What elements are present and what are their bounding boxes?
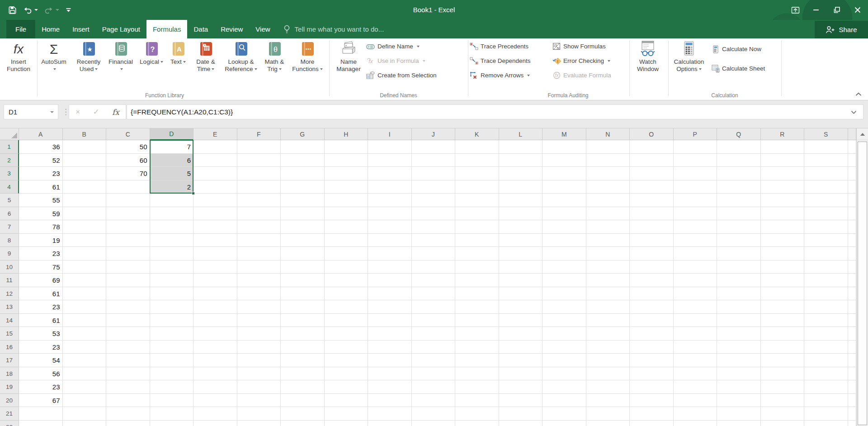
cell-C10[interactable] (106, 260, 150, 274)
cell-K15[interactable] (455, 327, 499, 341)
cell-O2[interactable] (630, 154, 674, 167)
cell-Q6[interactable] (717, 207, 761, 221)
cell-partial-20[interactable] (848, 394, 857, 407)
cell-P16[interactable] (674, 341, 717, 354)
undo-dropdown-icon[interactable] (34, 9, 38, 11)
cell-L22[interactable] (499, 421, 543, 426)
date-time-button[interactable]: Date & Time (192, 40, 220, 73)
cell-L10[interactable] (499, 260, 543, 274)
cell-Q2[interactable] (717, 154, 761, 167)
tab-data[interactable]: Data (187, 20, 214, 38)
cell-C21[interactable] (106, 407, 150, 421)
cell-R21[interactable] (761, 407, 805, 421)
cell-J18[interactable] (412, 367, 456, 381)
cell-B9[interactable] (63, 247, 107, 260)
cell-partial-6[interactable] (848, 207, 857, 221)
cell-H19[interactable] (325, 380, 368, 394)
cell-L20[interactable] (499, 394, 543, 407)
cell-partial-18[interactable] (848, 367, 857, 381)
calculation-options-button[interactable]: Calculation Options (670, 40, 708, 73)
cell-J17[interactable] (412, 354, 456, 367)
cell-M15[interactable] (542, 327, 586, 341)
cell-N7[interactable] (586, 220, 630, 234)
cell-P11[interactable] (674, 274, 717, 287)
cell-A3[interactable]: 23 (19, 167, 63, 180)
cell-R3[interactable] (761, 167, 805, 180)
cell-J2[interactable] (412, 154, 456, 167)
cell-K2[interactable] (455, 154, 499, 167)
cell-J19[interactable] (412, 380, 456, 394)
cell-L16[interactable] (499, 341, 543, 354)
cell-A9[interactable]: 23 (19, 247, 63, 260)
cell-I7[interactable] (368, 220, 412, 234)
cell-N8[interactable] (586, 234, 630, 247)
cell-D19[interactable] (150, 380, 194, 394)
cell-O20[interactable] (630, 394, 674, 407)
cell-S16[interactable] (804, 341, 848, 354)
cell-partial-4[interactable] (848, 180, 857, 194)
cell-B13[interactable] (63, 300, 107, 314)
cell-B4[interactable] (63, 180, 107, 194)
cell-R7[interactable] (761, 220, 805, 234)
cell-D12[interactable] (150, 287, 194, 301)
cell-N4[interactable] (586, 180, 630, 194)
cell-Q22[interactable] (717, 421, 761, 426)
cell-P22[interactable] (674, 421, 717, 426)
cell-Q18[interactable] (717, 367, 761, 381)
cell-K7[interactable] (455, 220, 499, 234)
cell-R17[interactable] (761, 354, 805, 367)
cell-S4[interactable] (804, 180, 848, 194)
cell-D16[interactable] (150, 341, 194, 354)
cell-E4[interactable] (193, 180, 237, 194)
cell-partial-14[interactable] (848, 314, 857, 327)
cell-H5[interactable] (325, 194, 368, 207)
cell-A21[interactable] (19, 407, 63, 421)
tab-formulas[interactable]: Formulas (146, 20, 188, 38)
cell-H2[interactable] (325, 154, 368, 167)
cell-M21[interactable] (542, 407, 586, 421)
cell-O5[interactable] (630, 194, 674, 207)
cell-B22[interactable] (63, 421, 107, 426)
cell-H17[interactable] (325, 354, 368, 367)
cell-L14[interactable] (499, 314, 543, 327)
cell-F20[interactable] (237, 394, 281, 407)
cell-F1[interactable] (237, 140, 281, 154)
cell-S19[interactable] (804, 380, 848, 394)
cell-P7[interactable] (674, 220, 717, 234)
cell-F21[interactable] (237, 407, 281, 421)
cell-G18[interactable] (281, 367, 325, 381)
cell-Q4[interactable] (717, 180, 761, 194)
cell-S17[interactable] (804, 354, 848, 367)
define-name-button[interactable]: Define Name (366, 40, 437, 52)
cell-B3[interactable] (63, 167, 107, 180)
cell-B19[interactable] (63, 380, 107, 394)
row-header-4[interactable]: 4 (0, 180, 19, 194)
tell-me-box[interactable]: Tell me what you want to do... (283, 20, 384, 38)
undo-button[interactable] (23, 6, 38, 14)
cell-C22[interactable] (106, 421, 150, 426)
cell-D6[interactable] (150, 207, 194, 221)
cell-N3[interactable] (586, 167, 630, 180)
cell-R1[interactable] (761, 140, 805, 154)
cell-I9[interactable] (368, 247, 412, 260)
row-header-8[interactable]: 8 (0, 234, 19, 247)
cell-L21[interactable] (499, 407, 543, 421)
column-header-S[interactable]: S (804, 128, 848, 140)
cell-K16[interactable] (455, 341, 499, 354)
cell-J4[interactable] (412, 180, 456, 194)
cell-S12[interactable] (804, 287, 848, 301)
column-header-M[interactable]: M (542, 128, 586, 140)
cell-G4[interactable] (281, 180, 325, 194)
cell-P10[interactable] (674, 260, 717, 274)
cell-E12[interactable] (193, 287, 237, 301)
cell-R13[interactable] (761, 300, 805, 314)
cell-O21[interactable] (630, 407, 674, 421)
cell-P1[interactable] (674, 140, 717, 154)
cell-H13[interactable] (325, 300, 368, 314)
cell-F15[interactable] (237, 327, 281, 341)
cell-G15[interactable] (281, 327, 325, 341)
cell-A17[interactable]: 54 (19, 354, 63, 367)
row-header-17[interactable]: 17 (0, 354, 19, 367)
lookup-reference-button[interactable]: Lookup & Reference (222, 40, 259, 73)
cell-R9[interactable] (761, 247, 805, 260)
